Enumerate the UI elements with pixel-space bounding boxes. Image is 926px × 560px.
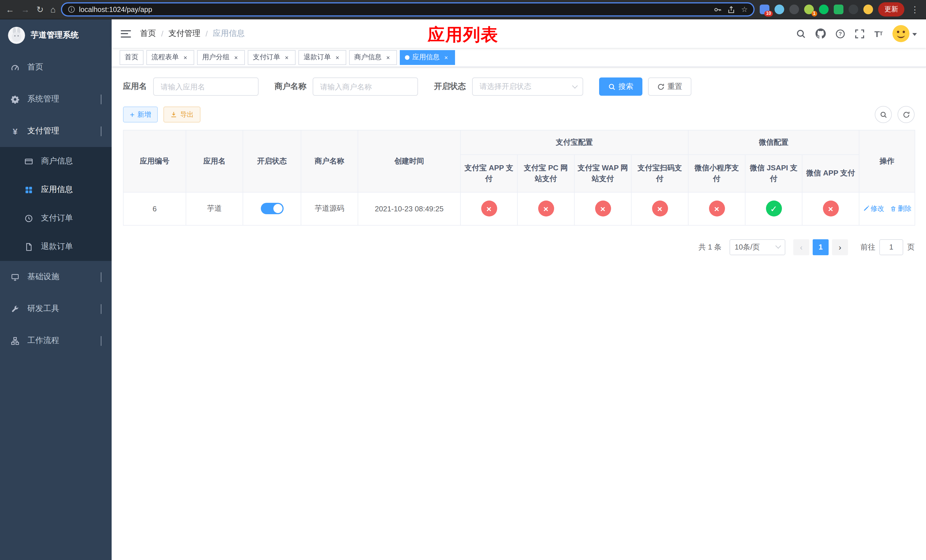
toggle-search-button[interactable] <box>875 106 892 123</box>
tab-merchant-info[interactable]: 商户信息 × <box>349 50 397 65</box>
tab-label: 商户信息 <box>354 52 381 62</box>
trash-icon <box>890 205 896 212</box>
bookmark-star-icon[interactable]: ☆ <box>741 5 748 14</box>
search-icon[interactable] <box>796 29 806 38</box>
refresh-button[interactable] <box>897 106 915 123</box>
delete-button[interactable]: 删除 <box>890 204 911 213</box>
edit-button[interactable]: 修改 <box>862 204 884 213</box>
profile-avatar-icon[interactable] <box>863 5 873 14</box>
document-icon <box>24 242 33 251</box>
github-icon[interactable] <box>816 29 826 39</box>
col-header-alipay-wap: 支付宝 WAP 网站支付 <box>574 154 631 192</box>
pager: ‹ 1 › <box>793 239 848 255</box>
breadcrumb-separator: / <box>161 29 163 38</box>
browser-forward-icon[interactable]: → <box>21 5 30 14</box>
user-menu[interactable] <box>893 25 917 42</box>
page-size-select[interactable]: 10条/页 <box>729 239 785 255</box>
sidebar-logo[interactable]: 芋道管理系统 <box>0 20 112 51</box>
button-label: 新增 <box>137 110 151 120</box>
extension-icon[interactable]: 1 <box>804 5 814 14</box>
font-size-icon[interactable]: TT <box>875 29 883 38</box>
sidebar-item-merchant-info[interactable]: 商户信息 <box>0 147 112 176</box>
sidebar-item-payment-orders[interactable]: 支付订单 <box>0 204 112 232</box>
close-icon[interactable]: × <box>232 53 240 61</box>
fullscreen-icon[interactable] <box>855 29 865 38</box>
caret-down-icon <box>912 33 917 36</box>
extension-icon[interactable] <box>789 5 799 14</box>
add-button[interactable]: + 新增 <box>123 106 158 123</box>
browser-home-icon[interactable]: ⌂ <box>50 5 56 14</box>
sidebar-item-dev-tools[interactable]: 研发工具 <box>0 293 112 325</box>
site-info-icon[interactable] <box>68 6 75 13</box>
table-row: 6 芋道 芋道源码 2021-10-23 08:49:25 × × × × × <box>123 192 915 225</box>
share-icon[interactable] <box>728 5 735 14</box>
app-shell: 芋道管理系统 首页 系统管理 ¥ 支付管理 <box>0 20 926 560</box>
extension-icon[interactable] <box>775 5 784 14</box>
tab-payment-orders[interactable]: 支付订单 × <box>248 50 295 65</box>
chevron-down-icon <box>101 95 101 104</box>
breadcrumb-home[interactable]: 首页 <box>140 29 156 39</box>
merchant-name-input[interactable] <box>313 77 418 96</box>
col-header-alipay-pc: 支付宝 PC 网站支付 <box>517 154 574 192</box>
sidebar-toggle-icon[interactable] <box>121 30 131 37</box>
close-icon[interactable]: × <box>442 53 450 61</box>
field-label: 商户名称 <box>274 82 306 92</box>
sidebar-item-app-info[interactable]: 应用信息 <box>0 176 112 204</box>
extension-icon[interactable]: 10 <box>760 5 769 14</box>
browser-update-button[interactable]: 更新 <box>878 2 904 17</box>
col-header-app-name: 应用名 <box>186 130 243 192</box>
wrench-icon <box>10 304 20 313</box>
sidebar-item-payment[interactable]: ¥ 支付管理 <box>0 115 112 147</box>
extension-icon[interactable] <box>834 5 843 14</box>
close-icon[interactable]: × <box>182 53 189 61</box>
chevron-down-icon <box>101 272 101 282</box>
tab-app-info[interactable]: 应用信息 × <box>400 50 455 65</box>
password-key-icon[interactable] <box>714 5 722 14</box>
goto-prefix: 前往 <box>861 242 875 252</box>
close-icon[interactable]: × <box>384 53 392 61</box>
tab-label: 退款订单 <box>304 52 331 62</box>
status-toggle[interactable] <box>260 203 283 214</box>
page-title: 应用列表 <box>428 26 498 43</box>
sidebar-item-infrastructure[interactable]: 基础设施 <box>0 261 112 293</box>
goto-page-input[interactable] <box>879 239 903 255</box>
reset-button[interactable]: 重置 <box>648 77 691 96</box>
next-page-button[interactable]: › <box>832 239 848 255</box>
browser-reload-icon[interactable]: ↻ <box>36 5 44 14</box>
chevron-down-icon <box>572 83 578 88</box>
pencil-icon <box>862 205 869 212</box>
page-button[interactable]: 1 <box>813 239 829 255</box>
extension-icon[interactable] <box>819 5 829 14</box>
browser-menu-icon[interactable]: ⋮ <box>909 4 920 15</box>
alipay-app-status-icon: × <box>481 201 497 216</box>
tab-home[interactable]: 首页 <box>120 50 144 65</box>
gear-icon <box>10 95 20 103</box>
close-icon[interactable]: × <box>283 53 291 61</box>
wechat-jsapi-status-icon: ✓ <box>766 201 782 216</box>
app-name-input[interactable] <box>153 77 259 96</box>
tab-refund-orders[interactable]: 退款订单 × <box>298 50 346 65</box>
sidebar-item-label: 支付订单 <box>41 213 73 223</box>
field-label: 开启状态 <box>434 82 466 92</box>
breadcrumb-payment[interactable]: 支付管理 <box>169 29 200 39</box>
alipay-qr-status-icon: × <box>652 201 668 216</box>
export-button[interactable]: 导出 <box>163 106 200 123</box>
status-select[interactable]: 请选择开启状态 <box>472 77 583 96</box>
tab-user-group[interactable]: 用户分组 × <box>197 50 245 65</box>
sidebar-item-home[interactable]: 首页 <box>0 51 112 83</box>
address-bar[interactable]: localhost:1024/pay/app ☆ <box>61 2 755 17</box>
tab-process-form[interactable]: 流程表单 × <box>146 50 194 65</box>
prev-page-button[interactable]: ‹ <box>793 239 809 255</box>
sidebar-item-system[interactable]: 系统管理 <box>0 83 112 115</box>
extension-icon[interactable] <box>849 5 858 14</box>
sidebar-item-workflow[interactable]: 工作流程 <box>0 325 112 357</box>
url-text[interactable]: localhost:1024/pay/app <box>79 5 710 14</box>
breadcrumb: 首页 / 支付管理 / 应用信息 <box>140 29 245 39</box>
field-label: 应用名 <box>123 82 147 92</box>
browser-back-icon[interactable]: ← <box>6 5 14 14</box>
page-size-value: 10条/页 <box>735 242 760 252</box>
help-icon[interactable]: ? <box>836 29 846 38</box>
close-icon[interactable]: × <box>334 53 341 61</box>
search-button[interactable]: 搜索 <box>599 77 642 96</box>
sidebar-item-refund-orders[interactable]: 退款订单 <box>0 232 112 261</box>
